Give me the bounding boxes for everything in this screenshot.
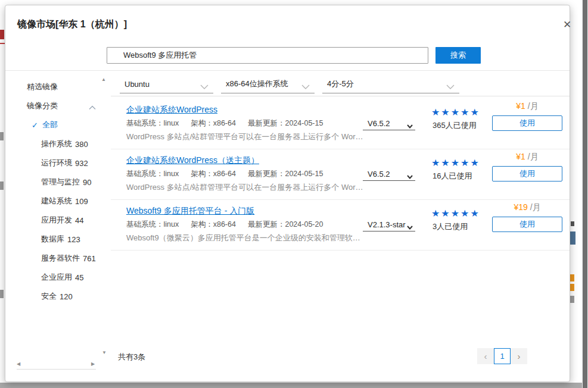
version-value: V6.5.2 xyxy=(368,119,390,128)
meta-base-system: 基础系统：linux xyxy=(126,119,179,127)
check-icon: ✓ xyxy=(32,121,38,130)
chevron-down-icon xyxy=(200,82,209,91)
prev-page-icon[interactable]: ‹ xyxy=(477,348,494,364)
arch-filter-select[interactable]: x86-64位操作系统 xyxy=(221,75,315,93)
chevron-up-icon xyxy=(89,103,96,112)
version-select[interactable]: V6.5.2 xyxy=(363,117,415,130)
os-filter-value: Ubuntu xyxy=(125,80,150,89)
page-bottom-edge xyxy=(0,383,588,388)
price-amount: ¥19 xyxy=(514,202,527,212)
category-label: 运行环境 xyxy=(41,158,72,168)
sidebar: 精选镜像 镜像分类 ✓ 全部 操作系统 380 运行环境 932 管理与监控 9… xyxy=(17,77,99,306)
next-page-icon[interactable]: › xyxy=(511,348,527,364)
chevron-down-icon xyxy=(407,223,413,231)
sidebar-item-os[interactable]: 操作系统 380 xyxy=(17,134,99,154)
sidebar-item-category-group[interactable]: 镜像分类 xyxy=(17,96,99,115)
result-title-link[interactable]: Websoft9 多应用托管平台 - 入门版 xyxy=(126,206,254,217)
scroll-up-icon[interactable]: ▲ xyxy=(101,77,106,82)
browser-scrollbar[interactable] xyxy=(582,0,588,388)
category-count: 120 xyxy=(60,292,73,301)
sidebar-all-label: 全部 xyxy=(42,120,58,130)
users-count: 365人已使用 xyxy=(433,120,477,131)
background-page-fragment xyxy=(0,182,4,190)
result-row: Websoft9 多应用托管平台 - 入门版 基础系统：linux架构：x86-… xyxy=(111,200,570,251)
background-page-fragment xyxy=(0,290,4,298)
current-page-button[interactable]: 1 xyxy=(494,348,511,364)
meta-architecture: 架构：x86-64 xyxy=(191,170,236,178)
sidebar-item-enterprise[interactable]: 企业应用 45 xyxy=(17,268,99,287)
version-select[interactable]: V6.5.2 xyxy=(363,167,415,181)
search-button[interactable]: 搜索 xyxy=(435,47,481,64)
sidebar-item-appdev[interactable]: 应用开发 44 xyxy=(17,211,99,230)
sidebar-featured-label: 精选镜像 xyxy=(27,82,58,92)
horizontal-scrollbar-track[interactable] xyxy=(17,369,96,370)
background-page-fragment xyxy=(0,132,4,140)
category-count: 45 xyxy=(75,273,83,282)
category-label: 建站系统 xyxy=(41,196,72,206)
result-description: WordPress 多站点/站群管理平台可以在一台服务器上运行多个 Wor… xyxy=(126,132,363,142)
price: ¥19 /月 xyxy=(492,202,562,213)
use-button[interactable]: 使用 xyxy=(492,115,562,131)
background-page-fragment xyxy=(571,221,574,226)
browser-scrollbar-thumb[interactable] xyxy=(583,0,587,388)
result-title-link[interactable]: 企业建站系统WordPress xyxy=(126,105,217,115)
chevron-down-icon xyxy=(446,82,455,91)
scroll-down-icon[interactable]: ▼ xyxy=(102,351,107,355)
result-title-link[interactable]: 企业建站系统WordPress（送主题） xyxy=(126,155,259,166)
sidebar-item-all[interactable]: ✓ 全部 xyxy=(17,115,99,134)
category-label: 操作系统 xyxy=(41,139,72,149)
image-marketplace-dialog: 镜像市场[华东 1（杭州）] ✕ 搜索 精选镜像 镜像分类 ✓ 全部 操作系统 … xyxy=(5,5,570,382)
result-meta: 基础系统：linux架构：x86-64最新更新：2024-05-20 xyxy=(126,220,335,230)
sidebar-item-server-software[interactable]: 服务器软件 761 xyxy=(17,249,99,268)
sidebar-category-label: 镜像分类 xyxy=(27,101,58,111)
category-count: 44 xyxy=(75,216,83,225)
chevron-down-icon xyxy=(407,172,413,181)
scroll-right-icon[interactable]: ▶ xyxy=(91,362,95,367)
use-button[interactable]: 使用 xyxy=(492,166,562,182)
category-count: 90 xyxy=(83,178,91,187)
category-count: 109 xyxy=(75,197,88,206)
price-unit: /月 xyxy=(528,152,539,161)
category-label: 管理与监控 xyxy=(41,177,80,187)
users-count: 16人已使用 xyxy=(433,171,472,182)
sidebar-item-website[interactable]: 建站系统 109 xyxy=(17,192,99,211)
scroll-left-icon[interactable]: ◀ xyxy=(17,362,20,367)
sidebar-item-runtime[interactable]: 运行环境 932 xyxy=(17,154,99,173)
price-amount: ¥1 xyxy=(516,152,525,161)
filter-divider xyxy=(111,96,570,96)
category-label: 应用开发 xyxy=(41,215,72,226)
total-count-label: 共有3条 xyxy=(118,352,145,362)
use-button[interactable]: 使用 xyxy=(492,217,562,232)
meta-base-system: 基础系统：linux xyxy=(126,220,179,229)
result-row: 企业建站系统WordPress 基础系统：linux架构：x86-64最新更新：… xyxy=(111,99,570,149)
search-input[interactable] xyxy=(107,47,428,64)
background-page-fragment xyxy=(0,43,5,44)
sidebar-item-security[interactable]: 安全 120 xyxy=(17,287,99,306)
price-unit: /月 xyxy=(530,202,541,212)
meta-updated: 最新更新：2024-05-15 xyxy=(248,119,323,127)
meta-updated: 最新更新：2024-05-15 xyxy=(248,170,323,178)
price-amount: ¥1 xyxy=(516,101,525,111)
background-page-fragment xyxy=(570,231,575,245)
rating-filter-select[interactable]: 4分-5分 xyxy=(322,75,459,93)
result-meta: 基础系统：linux架构：x86-64最新更新：2024-05-15 xyxy=(126,169,335,179)
version-select[interactable]: V2.1.3-star xyxy=(363,218,415,231)
category-count: 380 xyxy=(75,140,88,149)
version-value: V2.1.3-star xyxy=(368,220,406,229)
meta-architecture: 架构：x86-64 xyxy=(191,119,236,127)
sidebar-item-featured[interactable]: 精选镜像 xyxy=(17,77,99,96)
arch-filter-value: x86-64位操作系统 xyxy=(226,79,288,89)
category-label: 服务器软件 xyxy=(41,253,80,264)
dialog-title: 镜像市场[华东 1（杭州）] xyxy=(17,18,127,31)
background-page-fragment xyxy=(570,296,574,303)
category-count: 932 xyxy=(75,159,88,168)
background-page-fragment xyxy=(0,30,4,39)
category-label: 安全 xyxy=(41,291,57,302)
os-filter-select[interactable]: Ubuntu xyxy=(120,75,213,93)
sidebar-item-database[interactable]: 数据库 123 xyxy=(17,230,99,249)
category-label: 企业应用 xyxy=(41,272,72,283)
close-icon[interactable]: ✕ xyxy=(561,18,574,32)
sidebar-item-monitoring[interactable]: 管理与监控 90 xyxy=(17,173,99,192)
background-page-fragment xyxy=(570,284,574,291)
result-description: WordPress 多站点/站群管理平台可以在一台服务器上运行多个 Wor… xyxy=(126,182,363,193)
